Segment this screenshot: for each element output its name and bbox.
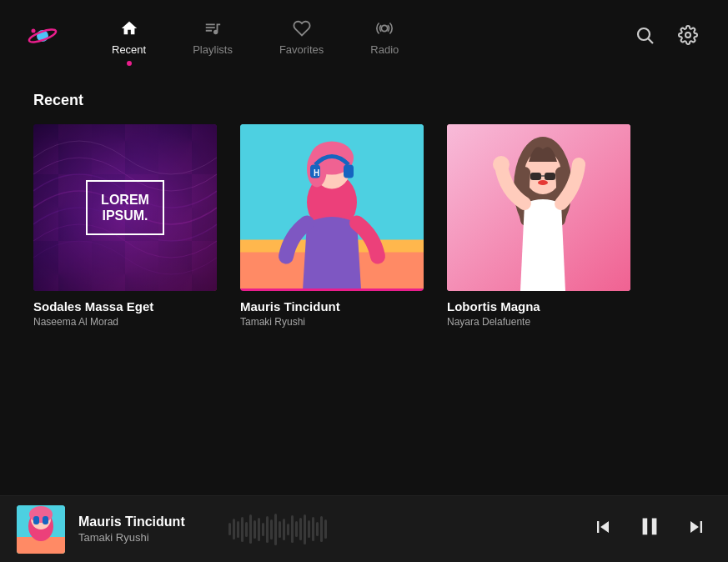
svg-point-22 bbox=[538, 180, 548, 185]
card-sodales[interactable]: LOREM IPSUM. Sodales Massa Eget Naseema … bbox=[33, 124, 217, 328]
waveform-bar bbox=[295, 521, 298, 537]
nav-item-recent[interactable]: Recent bbox=[88, 13, 169, 63]
nav-item-radio[interactable]: Radio bbox=[347, 13, 422, 63]
woman-artwork bbox=[447, 124, 630, 291]
svg-point-2 bbox=[32, 29, 36, 33]
waveform-bar bbox=[324, 519, 327, 539]
waveform-bar bbox=[291, 515, 294, 543]
waveform-bar bbox=[299, 518, 302, 540]
waveform-bar bbox=[308, 520, 310, 538]
pause-button[interactable] bbox=[631, 508, 667, 549]
card-lobortis[interactable]: Lobortis Magna Nayara Delafuente bbox=[447, 124, 630, 328]
card-artist-3: Nayara Delafuente bbox=[447, 316, 630, 328]
svg-rect-33 bbox=[43, 516, 48, 524]
section-title: Recent bbox=[33, 92, 695, 109]
svg-rect-32 bbox=[33, 516, 39, 524]
card-image-3 bbox=[447, 124, 630, 291]
svg-point-6 bbox=[685, 33, 690, 38]
waveform-bar bbox=[304, 514, 306, 544]
waveform-bar bbox=[237, 521, 239, 538]
svg-rect-23 bbox=[530, 173, 541, 180]
nav-item-favorites[interactable]: Favorites bbox=[256, 13, 347, 63]
cards-row: LOREM IPSUM. Sodales Massa Eget Naseema … bbox=[33, 124, 695, 328]
top-navigation: Recent Playlists Favorites bbox=[0, 0, 728, 75]
card-image-1: LOREM IPSUM. bbox=[33, 124, 217, 291]
svg-point-4 bbox=[638, 28, 650, 40]
player-track-artist: Tamaki Ryushi bbox=[78, 531, 212, 544]
player-bar: Mauris Tincidunt Tamaki Ryushi bbox=[0, 495, 728, 562]
waveform-bar bbox=[320, 516, 323, 542]
card-title-3: Lobortis Magna bbox=[447, 299, 630, 314]
card-image-2: H bbox=[240, 124, 424, 291]
nav-label-playlists: Playlists bbox=[193, 43, 233, 56]
waveform-bar bbox=[316, 522, 319, 536]
nav-right-actions bbox=[631, 22, 701, 53]
card-artist-1: Naseema Al Morad bbox=[33, 316, 217, 328]
waveform-bar bbox=[287, 524, 289, 535]
player-waveform bbox=[228, 513, 545, 546]
nav-label-radio: Radio bbox=[370, 43, 399, 56]
waveform-bar bbox=[312, 517, 314, 541]
nav-label-recent: Recent bbox=[112, 43, 146, 56]
player-info: Mauris Tincidunt Tamaki Ryushi bbox=[78, 514, 212, 544]
waveform-bar bbox=[274, 514, 277, 545]
home-icon bbox=[120, 19, 138, 40]
waveform-bar bbox=[266, 516, 269, 543]
headphones-artwork: H bbox=[240, 124, 424, 289]
card-title-1: Sodales Massa Eget bbox=[33, 299, 217, 314]
card-mauris[interactable]: H Mauris Tincidunt Tamaki Ryushi bbox=[240, 124, 424, 328]
waveform-bars bbox=[228, 513, 545, 546]
card-artist-2: Tamaki Ryushi bbox=[240, 316, 424, 328]
svg-rect-24 bbox=[545, 173, 555, 180]
waveform-bar bbox=[245, 522, 248, 537]
waveform-bar bbox=[270, 519, 273, 539]
playlists-icon bbox=[203, 19, 222, 40]
svg-rect-16 bbox=[344, 165, 354, 178]
nav-label-favorites: Favorites bbox=[279, 43, 324, 56]
search-button[interactable] bbox=[631, 22, 658, 53]
waveform-bar bbox=[283, 519, 285, 540]
player-track-title: Mauris Tincidunt bbox=[78, 514, 212, 529]
nav-items: Recent Playlists Favorites bbox=[88, 13, 631, 63]
abstract-artwork: LOREM IPSUM. bbox=[33, 124, 217, 291]
prev-button[interactable] bbox=[588, 512, 618, 547]
svg-point-3 bbox=[382, 25, 388, 31]
waveform-bar bbox=[249, 514, 252, 544]
waveform-bar bbox=[258, 518, 260, 541]
lorem-ipsum-box: LOREM IPSUM. bbox=[86, 180, 164, 235]
waveform-bar bbox=[262, 523, 264, 536]
svg-point-26 bbox=[493, 156, 510, 173]
svg-text:H: H bbox=[314, 168, 319, 178]
card-title-2: Mauris Tincidunt bbox=[240, 299, 424, 314]
radio-icon bbox=[375, 19, 394, 40]
waveform-bar bbox=[254, 520, 256, 539]
waveform-bar bbox=[233, 519, 235, 539]
player-controls bbox=[561, 512, 711, 547]
settings-button[interactable] bbox=[675, 22, 701, 53]
waveform-bar bbox=[241, 517, 244, 542]
player-thumbnail bbox=[17, 505, 65, 554]
waveform-bar bbox=[228, 523, 231, 535]
nav-item-playlists[interactable]: Playlists bbox=[169, 13, 256, 63]
next-button[interactable] bbox=[681, 512, 711, 547]
lorem-line1: LOREM bbox=[101, 192, 149, 208]
svg-line-5 bbox=[649, 39, 654, 44]
svg-point-31 bbox=[29, 506, 53, 523]
lorem-line2: IPSUM. bbox=[101, 208, 149, 223]
player-thumb-image bbox=[17, 505, 65, 554]
app-logo[interactable] bbox=[27, 20, 58, 55]
main-content: Recent bbox=[0, 75, 728, 495]
waveform-bar bbox=[279, 521, 281, 538]
heart-icon bbox=[293, 19, 311, 40]
